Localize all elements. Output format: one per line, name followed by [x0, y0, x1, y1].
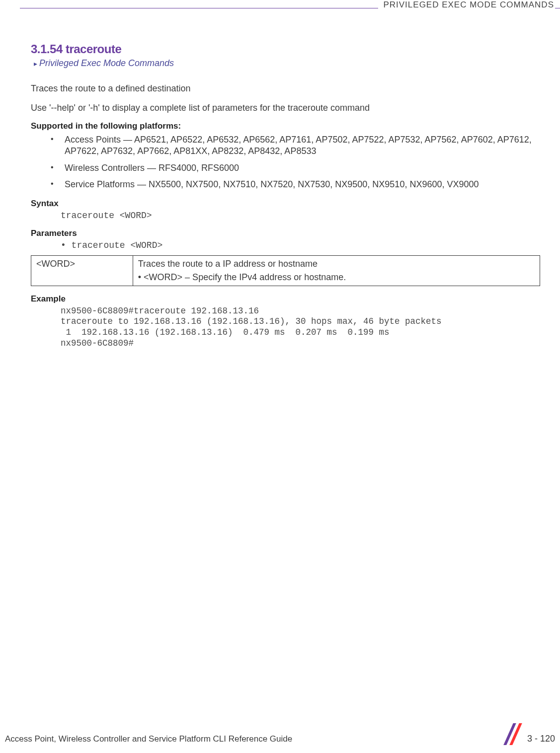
footer-guide-title: Access Point, Wireless Controller and Se… [5, 734, 292, 744]
param-desc-sub: • <WORD> – Specify the IPv4 address or h… [138, 272, 535, 283]
list-item: Wireless Controllers — RFS4000, RFS6000 [51, 162, 540, 174]
syntax-heading: Syntax [31, 199, 540, 209]
brand-slash-icon [503, 724, 523, 744]
param-name-cell: <WORD> [31, 255, 133, 286]
supported-heading: Supported in the following platforms: [31, 121, 540, 131]
syntax-code: traceroute <WORD> [31, 211, 540, 221]
param-desc-main: Traces the route to a IP address or host… [138, 259, 535, 269]
parameters-bullet: • traceroute <WORD> [31, 240, 540, 250]
list-item: Service Platforms — NX5500, NX7500, NX75… [51, 179, 540, 190]
footer-logo-group: 3 - 120 [503, 724, 555, 744]
usage-note: Use '--help' or '-h' to display a comple… [31, 103, 540, 113]
section-title: 3.1.54 traceroute [31, 42, 540, 56]
breadcrumb-label: Privileged Exec Mode Commands [39, 58, 174, 69]
page-footer: Access Point, Wireless Controller and Se… [5, 724, 555, 744]
example-heading: Example [31, 294, 540, 304]
parameters-heading: Parameters [31, 228, 540, 238]
page-content: 3.1.54 traceroute ▸ Privileged Exec Mode… [31, 42, 540, 349]
supported-list: Access Points — AP6521, AP6522, AP6532, … [31, 134, 540, 191]
header-section-title: PRIVILEGED EXEC MODE COMMANDS [378, 0, 555, 10]
intro-text: Traces the route to a defined destinatio… [31, 83, 540, 94]
param-desc-cell: Traces the route to a IP address or host… [133, 255, 540, 286]
example-code: nx9500-6C8809#traceroute 192.168.13.16 t… [31, 306, 540, 350]
breadcrumb[interactable]: ▸ Privileged Exec Mode Commands [34, 58, 540, 69]
parameters-table: <WORD> Traces the route to a IP address … [31, 255, 540, 286]
table-row: <WORD> Traces the route to a IP address … [31, 255, 540, 286]
arrow-right-icon: ▸ [34, 60, 37, 68]
page-number: 3 - 120 [527, 734, 555, 744]
list-item: Access Points — AP6521, AP6522, AP6532, … [51, 134, 540, 157]
